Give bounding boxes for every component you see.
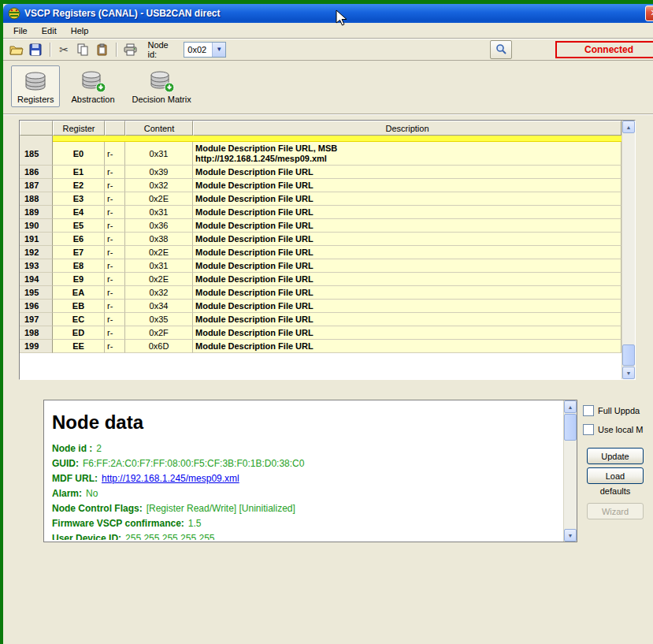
full-update-checkbox-row[interactable]: Full Uppda [583, 405, 653, 416]
register-cell[interactable]: E5 [53, 219, 105, 233]
table-row[interactable]: 189 E4 r- 0x31 Module Description File U… [20, 206, 621, 219]
register-table: Register Content Description 185 E0 r- 0… [19, 120, 636, 380]
node-data-scrollbar[interactable]: ▲ ▼ [563, 400, 577, 542]
open-button[interactable] [8, 41, 24, 58]
node-data-label: Node id : [52, 443, 92, 454]
copy-icon [76, 43, 89, 56]
checkbox-label: Use local M [598, 425, 643, 434]
wizard-button[interactable]: Wizard [587, 503, 644, 519]
content-cell[interactable]: 0x6D [125, 340, 193, 353]
content-cell[interactable]: 0x34 [125, 300, 193, 313]
register-cell[interactable]: E8 [53, 259, 105, 273]
scrollbar-thumb[interactable] [564, 414, 577, 441]
load-defaults-button[interactable]: Load defaults [587, 467, 644, 484]
content-cell[interactable]: 0x39 [125, 166, 193, 179]
row-number-cell: 194 [20, 273, 53, 286]
scroll-down-button[interactable]: ▼ [622, 367, 635, 379]
register-cell[interactable]: E6 [53, 233, 105, 246]
row-number-cell: 193 [20, 259, 53, 273]
use-local-mdf-checkbox[interactable] [583, 424, 594, 435]
table-row[interactable]: 195 EA r- 0x32 Module Description File U… [20, 286, 621, 300]
cut-button[interactable]: ✂ [55, 41, 72, 58]
mdf-url-link[interactable]: http://192.168.1.245/mesp09.xml [102, 473, 239, 484]
table-row[interactable]: 198 ED r- 0x2F Module Description File U… [20, 326, 621, 340]
register-cell[interactable]: E9 [53, 273, 105, 286]
menu-bar: File Edit Help [3, 23, 653, 38]
scroll-down-button[interactable]: ▼ [564, 529, 577, 542]
table-row[interactable]: 192 E7 r- 0x2E Module Description File U… [20, 246, 621, 259]
content-cell[interactable]: 0x31 [125, 142, 193, 166]
paste-button[interactable] [94, 41, 110, 58]
register-cell[interactable]: E4 [53, 206, 105, 219]
table-row[interactable]: 197 EC r- 0x35 Module Description File U… [20, 313, 621, 326]
register-cell[interactable]: E3 [53, 192, 105, 206]
save-button[interactable] [27, 41, 43, 58]
chevron-down-icon[interactable]: ▼ [212, 43, 225, 57]
table-row[interactable]: 190 E5 r- 0x36 Module Description File U… [20, 219, 621, 233]
copy-button[interactable] [75, 41, 91, 58]
full-update-checkbox[interactable] [583, 405, 594, 416]
node-data-line: MDF URL:http://192.168.1.245/mesp09.xml [52, 473, 559, 485]
register-cell[interactable]: EB [53, 300, 105, 313]
register-cell[interactable]: ED [53, 326, 105, 340]
print-button[interactable] [122, 41, 139, 58]
scroll-up-button[interactable]: ▲ [564, 400, 577, 413]
search-button[interactable] [490, 40, 512, 59]
content-cell[interactable]: 0x2F [125, 326, 193, 340]
table-row[interactable]: 188 E3 r- 0x2E Module Description File U… [20, 192, 621, 206]
content-cell[interactable]: 0x31 [125, 206, 193, 219]
content-cell[interactable]: 0x2E [125, 246, 193, 259]
access-cell: r- [105, 192, 125, 206]
access-cell: r- [105, 142, 125, 166]
table-row[interactable]: 194 E9 r- 0x2E Module Description File U… [20, 273, 621, 286]
table-row[interactable]: 191 E6 r- 0x38 Module Description File U… [20, 233, 621, 246]
register-table-rows: 185 E0 r- 0x31 Module Description File U… [20, 136, 621, 379]
table-row[interactable]: 193 E8 r- 0x31 Module Description File U… [20, 259, 621, 273]
node-id-combobox[interactable]: 0x02 ▼ [184, 42, 226, 58]
register-cell[interactable]: E0 [53, 142, 105, 166]
table-row[interactable]: 196 EB r- 0x34 Module Description File U… [20, 300, 621, 313]
content-cell[interactable]: 0x32 [125, 286, 193, 300]
menu-file[interactable]: File [6, 24, 35, 37]
connected-status-button[interactable]: Connected [555, 41, 653, 58]
content-cell[interactable]: 0x2E [125, 192, 193, 206]
register-cell[interactable]: E7 [53, 246, 105, 259]
description-cell: Module Description File URL [193, 206, 621, 219]
table-row[interactable]: 187 E2 r- 0x32 Module Description File U… [20, 179, 621, 192]
access-cell: r- [105, 179, 125, 192]
register-cell[interactable]: E2 [53, 179, 105, 192]
register-cell[interactable]: EE [53, 340, 105, 353]
title-bar[interactable]: VSCP Registers (CANAL) - USB2CAN direct … [3, 4, 653, 23]
menu-edit[interactable]: Edit [35, 24, 64, 37]
close-button[interactable]: ✕ [645, 6, 653, 21]
tab-abstraction[interactable]: Abstraction [65, 65, 121, 107]
table-vertical-scrollbar[interactable]: ▲ ▼ [621, 121, 635, 379]
description-cell: Module Description File URL [193, 166, 621, 179]
node-data-label: MDF URL: [52, 473, 98, 484]
content-cell[interactable]: 0x31 [125, 259, 193, 273]
menu-help[interactable]: Help [64, 24, 96, 37]
table-row[interactable]: 199 EE r- 0x6D Module Description File U… [20, 340, 621, 353]
row-number-cell: 191 [20, 233, 53, 246]
row-number-cell: 189 [20, 206, 53, 219]
content-cell[interactable]: 0x38 [125, 233, 193, 246]
content-cell[interactable]: 0x32 [125, 179, 193, 192]
partial-selected-row[interactable] [20, 136, 621, 142]
content-cell[interactable]: 0x36 [125, 219, 193, 233]
register-cell[interactable]: EA [53, 286, 105, 300]
scrollbar-thumb[interactable] [622, 344, 635, 366]
scroll-up-button[interactable]: ▲ [622, 121, 635, 133]
register-cell[interactable]: E1 [53, 166, 105, 179]
node-id-value: 0x02 [184, 45, 212, 54]
description-cell: Module Description File URL [193, 300, 621, 313]
content-cell[interactable]: 0x2E [125, 273, 193, 286]
update-button[interactable]: Update [587, 448, 644, 464]
table-row[interactable]: 186 E1 r- 0x39 Module Description File U… [20, 166, 621, 179]
node-data-label: User Device ID: [52, 533, 121, 540]
use-local-mdf-checkbox-row[interactable]: Use local M [583, 424, 653, 435]
content-cell[interactable]: 0x35 [125, 313, 193, 326]
register-cell[interactable]: EC [53, 313, 105, 326]
table-row[interactable]: 185 E0 r- 0x31 Module Description File U… [20, 142, 621, 166]
tab-decision-matrix[interactable]: Decision Matrix [126, 65, 198, 107]
tab-registers[interactable]: Registers [11, 65, 60, 107]
